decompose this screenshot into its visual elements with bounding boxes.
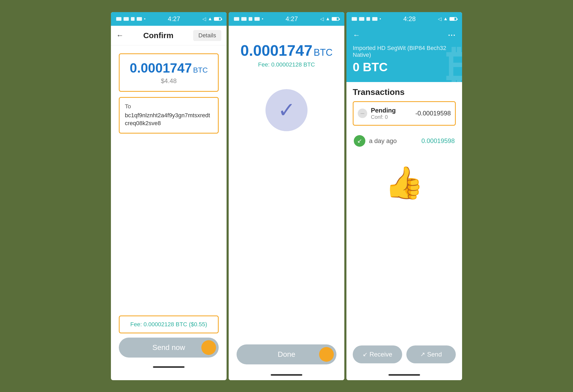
dot-icon-3: • [380, 17, 381, 21]
battery-icon-1 [214, 17, 221, 21]
email-icon-3 [359, 17, 364, 21]
amount-usd: $4.48 [125, 77, 213, 85]
screen3-wallet: • 4:28 ◁ ▲ ← ··· Imported HD SegWit (BIP… [346, 12, 462, 380]
g-icon-1 [131, 17, 135, 21]
amount-box: 0.0001747 BTC $4.48 [119, 53, 219, 92]
wallet-balance: 0 BTC [353, 60, 456, 74]
status-time-2: 4:27 [286, 15, 298, 23]
thumbs-up-icon: 👍 [385, 167, 424, 198]
status-right-2: ◁ ▲ [320, 16, 339, 22]
status-icons-left-1: • [116, 17, 146, 21]
success-amount-value: 0.0001747 [241, 42, 313, 59]
screen1-main-content: 0.0001747 BTC $4.48 To bc1qf9nlznht2a4f9… [111, 45, 227, 310]
details-button[interactable]: Details [193, 30, 221, 41]
nav-bar-1 [119, 362, 219, 372]
status-bar-1: • 4:27 ◁ ▲ [111, 12, 227, 26]
status-time-3: 4:28 [403, 15, 416, 23]
tx-receive-icon: ↙ [354, 135, 365, 147]
amount-value: 0.0001747 [130, 61, 192, 75]
tx-past-amount: 0.00019598 [421, 137, 455, 145]
battery-icon-2 [332, 17, 339, 21]
done-label: Done [278, 350, 295, 359]
nav-bar-3 [346, 370, 462, 380]
wifi-icon-1: ▲ [208, 16, 212, 22]
wifi-icon-2: ▲ [325, 16, 330, 22]
send-now-button[interactable]: Send now [119, 338, 219, 358]
email-icon-2 [241, 17, 247, 21]
receive-arrow-icon: ↙ [363, 351, 367, 358]
pending-transaction[interactable]: ··· Pending Conf: 0 -0.00019598 [353, 101, 456, 126]
status-time-1: 4:27 [168, 15, 180, 23]
success-amount-unit: BTC [314, 47, 332, 58]
receive-label: Receive [370, 351, 392, 358]
send-btn-container: Send now [119, 338, 219, 358]
screen1-confirm: • 4:27 ◁ ▲ ← Confirm Details 0.0001747 B… [111, 12, 227, 380]
receive-button[interactable]: ↙ Receive [353, 345, 402, 363]
tx-info: Pending Conf: 0 [367, 107, 415, 120]
wallet-header-top: ← ··· [353, 31, 456, 39]
status-icons-left-3: • [352, 17, 381, 21]
btc-watermark: ₿ [446, 42, 462, 82]
screen1-bottom: Fee: 0.00002128 BTC ($0.55) Send now [111, 310, 227, 380]
send-label: Send [427, 351, 442, 358]
success-checkmark-circle: ✓ [265, 89, 308, 131]
wallet-back-button[interactable]: ← [353, 31, 360, 39]
battery-icon-3 [449, 17, 457, 21]
notification-icon-3 [352, 17, 357, 21]
send-arrow-icon: ↗ [420, 351, 425, 358]
header-bar-1: ← Confirm Details [111, 26, 227, 45]
notification-icon-2 [234, 17, 239, 21]
status-right-3: ◁ ▲ [438, 16, 457, 22]
wifi-icon-3: ▲ [443, 16, 448, 22]
page-title-1: Confirm [143, 31, 173, 40]
nav-indicator-1 [153, 366, 185, 368]
wallet-menu-button[interactable]: ··· [448, 31, 456, 39]
tx-status: Pending [371, 107, 415, 114]
signal-icon-2: ◁ [320, 16, 324, 22]
notification-icon-1 [116, 17, 121, 21]
back-button-1[interactable]: ← [116, 32, 124, 39]
tx-dots-icon: ··· [358, 109, 367, 118]
tx-dots-label: ··· [360, 111, 364, 116]
success-amount-display: 0.0001747 BTC [241, 42, 333, 59]
email-icon-1 [124, 17, 129, 21]
tx-pending-amount: -0.00019598 [415, 110, 451, 117]
dot-icon-2: • [262, 17, 263, 21]
done-btn-container: Done [229, 344, 344, 370]
g-icon-2 [249, 17, 252, 21]
status-icons-left-2: • [234, 17, 263, 21]
done-btn-circle-icon [319, 347, 334, 362]
transactions-title: Transactions [353, 87, 456, 97]
g-icon-3 [366, 17, 370, 21]
nav-bar-2 [229, 370, 344, 380]
send-button[interactable]: ↗ Send [406, 345, 456, 363]
recipient-address: bc1qf9nlznht2a4f9y3gn7mtsxredtcreq08k2sv… [125, 111, 213, 128]
screen3-bottom-actions: ↙ Receive ↗ Send [346, 341, 462, 370]
signal-icon-1: ◁ [202, 16, 206, 22]
tx-arrow-icon: ↙ [357, 138, 362, 144]
status-bar-2: • 4:27 ◁ ▲ [229, 12, 344, 26]
screen2-main-content: 0.0001747 BTC Fee: 0.00002128 BTC ✓ [229, 26, 344, 344]
signal-icon-3: ◁ [438, 16, 442, 22]
tx-conf: Conf: 0 [371, 114, 415, 120]
amount-unit: BTC [193, 66, 208, 74]
status-right-1: ◁ ▲ [202, 16, 221, 22]
sync-icon-3 [372, 17, 377, 21]
nav-indicator-2 [271, 374, 302, 376]
send-now-label: Send now [152, 343, 185, 352]
tx-time: a day ago [365, 137, 421, 145]
recipient-box: To bc1qf9nlznht2a4f9y3gn7mtsxredtcreq08k… [119, 97, 219, 134]
sync-icon-2 [254, 17, 260, 21]
sync-icon-1 [137, 17, 142, 21]
screen3-main-content: Transactions ··· Pending Conf: 0 -0.0001… [346, 82, 462, 341]
past-transaction[interactable]: ↙ a day ago 0.00019598 [353, 131, 456, 151]
screen2-success: • 4:27 ◁ ▲ 0.0001747 BTC Fee: 0.00002128… [229, 12, 344, 380]
nav-indicator-3 [388, 374, 420, 376]
checkmark-icon: ✓ [278, 100, 295, 121]
thumbs-up-container: 👍 [353, 151, 456, 209]
fee-text: Fee: 0.00002128 BTC ($0.55) [130, 321, 207, 328]
wallet-name: Imported HD SegWit (BIP84 Bech32 Native) [353, 45, 456, 58]
done-button[interactable]: Done [237, 344, 336, 364]
to-label: To [125, 103, 213, 110]
status-bar-3: • 4:28 ◁ ▲ [346, 12, 462, 26]
